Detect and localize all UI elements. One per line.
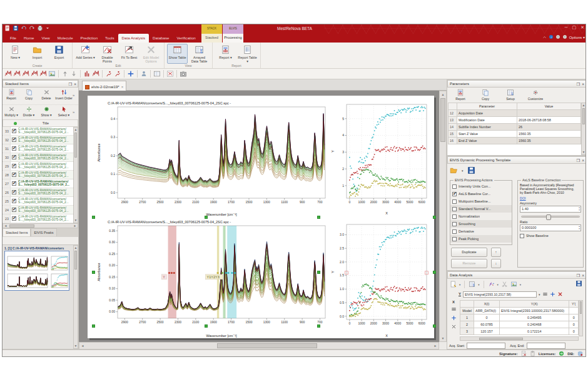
stacked-item-row[interactable]: 25C:/A-IR-UV-VIS-RAMAN/converters/S..._f… xyxy=(3,197,73,206)
selection-handle[interactable] xyxy=(433,271,436,274)
asymmetry-slider[interactable] xyxy=(521,216,580,218)
stack-tool-spec-3[interactable] xyxy=(31,70,38,78)
da-col-header[interactable] xyxy=(460,301,474,308)
stacked-item-row[interactable]: 26C:/A-IR-UV-VIS-RAMAN/converters/S..._f… xyxy=(3,188,73,197)
spectra-bottom[interactable]: 2900270025002300210019001700150013001100… xyxy=(96,218,329,338)
row-checkbox[interactable] xyxy=(12,199,16,203)
page-thumbnail[interactable] xyxy=(4,251,69,291)
tool-caret-icon[interactable]: ▾ xyxy=(520,283,521,286)
row-title[interactable]: C:/A-IR-UV-VIS-RAMAN/converters/S..._fol… xyxy=(18,179,73,188)
action-checkbox[interactable] xyxy=(452,229,457,234)
remove-series-icon[interactable] xyxy=(557,291,563,298)
parameter-row[interactable]: 16End Z Value1560.35 xyxy=(449,138,581,144)
da-table-row[interactable]: 100.2494950 xyxy=(460,314,579,321)
da-vscrollbar[interactable] xyxy=(579,300,583,336)
chart-scatter-bottom[interactable]: 01000200030004000500060000.00.51.01.52.0… xyxy=(330,219,430,338)
show-table-button[interactable]: Show Table xyxy=(167,44,188,64)
da-tool-img[interactable] xyxy=(510,281,517,288)
duplicate-button[interactable]: Duplicate xyxy=(451,248,487,257)
selection-handle[interactable] xyxy=(92,271,95,274)
da-hscrollbar[interactable] xyxy=(460,336,579,341)
parameter-row[interactable]: 12Acquisition Date xyxy=(449,110,581,117)
float-panel-icon[interactable]: ❐ xyxy=(576,82,580,87)
select-button[interactable]: Select ▾ xyxy=(55,105,73,119)
context-group-elvis[interactable]: ELVISProcessing xyxy=(223,24,243,43)
da-tool-cut[interactable] xyxy=(501,281,508,288)
stack-tool-bars-10[interactable] xyxy=(83,70,91,78)
chart-spectra-top[interactable]: 2900270025002300210019001700150013001100… xyxy=(96,98,329,217)
stacked-item-row[interactable]: 24C:/A-IR-UV-VIS-RAMAN/converters/S..._f… xyxy=(3,206,73,214)
delete-button[interactable]: Delete xyxy=(38,88,55,104)
ribbon-tab-tools[interactable]: Tools xyxy=(101,34,118,43)
close-panel-icon[interactable]: × xyxy=(582,82,584,87)
stacked-item-row[interactable]: 28C:/A-IR-UV-VIS-RAMAN/converters/S..._f… xyxy=(3,171,73,179)
stack-tool-tbl-20[interactable] xyxy=(153,70,161,78)
row-checkbox[interactable] xyxy=(12,155,16,159)
context-tab-processing[interactable]: Processing xyxy=(223,34,243,43)
row-title[interactable]: C:/A-IR-UV-VIS-RAMAN/converters/S..._fol… xyxy=(18,197,73,205)
copy-button[interactable]: Copy xyxy=(475,88,496,102)
parameters-col-header[interactable]: Parameter xyxy=(457,103,517,110)
pages-vscrollbar[interactable]: ▲▼ xyxy=(73,245,78,349)
stacked-list-hscrollbar[interactable]: ◄► xyxy=(3,223,78,228)
selector-caret-icon[interactable]: ▾ xyxy=(539,293,540,296)
open-template-button[interactable] xyxy=(450,166,458,175)
row-title[interactable]: C:/A-IR-UV-VIS-RAMAN/converters/S..._fol… xyxy=(18,162,73,170)
action-checkbox[interactable] xyxy=(452,214,457,219)
window-maximize-button[interactable]: ▢ xyxy=(572,25,577,30)
action-checkbox[interactable] xyxy=(452,237,457,241)
ribbon-tab-prediction[interactable]: Prediction xyxy=(77,34,102,43)
row-checkbox[interactable] xyxy=(12,146,16,151)
canvas-vscrollbar[interactable]: ▲ ▼ xyxy=(439,91,447,342)
import-button[interactable]: Import xyxy=(27,44,48,64)
selection-handle[interactable] xyxy=(205,324,208,328)
da-col-header[interactable]: X(I) xyxy=(474,301,500,308)
save-template-button[interactable] xyxy=(467,166,475,175)
da-col-header[interactable]: Y(X) xyxy=(500,301,569,308)
da-table-row[interactable]: 260.07850.2404680 xyxy=(460,321,579,328)
action-checkbox[interactable] xyxy=(452,207,457,211)
fit-to-best-button[interactable]: Fit To Best xyxy=(119,44,139,64)
parameters-vscrollbar[interactable]: ▲▼ xyxy=(581,103,586,155)
canvas[interactable]: 2900270025002300210019001700150013001100… xyxy=(79,91,439,342)
context-tab-stacked[interactable]: Stacked xyxy=(201,34,222,43)
tool-caret-icon[interactable]: ▾ xyxy=(478,283,479,286)
da-tool-tablesigma[interactable]: Σ xyxy=(469,281,475,288)
tool-caret-icon[interactable]: ▾ xyxy=(497,283,499,286)
open-caret-icon[interactable]: ▾ xyxy=(462,169,464,173)
action-smoothing[interactable]: Smoothing xyxy=(450,220,512,228)
db-status-icon[interactable] xyxy=(577,351,583,357)
x-menu-icon[interactable] xyxy=(451,306,457,313)
action-checkbox[interactable] xyxy=(452,222,457,226)
action-standard-normal-v-[interactable]: Standard Normal V... xyxy=(450,205,512,213)
arrayed-data-table-button[interactable]: ΣArrayed Data Table xyxy=(189,44,210,64)
stack-tool-spec-4[interactable] xyxy=(39,70,47,78)
stack-tool-img-5[interactable] xyxy=(48,70,56,78)
copy-button[interactable]: Copy xyxy=(20,88,38,104)
ribbon-tab-file[interactable]: File xyxy=(6,34,20,43)
stack-tool-spec-1[interactable] xyxy=(13,70,21,78)
customize-button[interactable]: Customize xyxy=(525,88,546,102)
ribbon-tab-verification[interactable]: Verification xyxy=(173,34,200,43)
row-title[interactable]: C:/A-IR-UV-VIS-RAMAN/converters/S..._fol… xyxy=(18,206,73,214)
clipboard-icon[interactable] xyxy=(530,351,535,357)
action-multipoint-baseline-[interactable]: Multipoint Baseline... xyxy=(450,198,512,205)
divide-button[interactable]: Divide ▾ xyxy=(20,105,38,119)
overflow-chevron[interactable]: » xyxy=(73,88,78,104)
document-tab-close-icon[interactable]: × xyxy=(121,85,124,89)
ribbon-tab-data-analysis[interactable]: Data Analysis xyxy=(118,34,150,43)
ratio-spinbox[interactable]: 0.000100 xyxy=(520,224,581,231)
licenses-status-icon[interactable] xyxy=(559,351,564,357)
tab-stacked-items[interactable]: Stacked Items xyxy=(3,228,31,236)
series-menu-icon[interactable] xyxy=(542,291,548,298)
stacked-item-row[interactable]: 32C:/A-IR-UV-VIS-RAMAN/converters/S..._f… xyxy=(3,136,73,144)
row-title[interactable]: C:/A-IR-UV-VIS-RAMAN/converters/S..._fol… xyxy=(18,214,73,223)
row-checkbox[interactable] xyxy=(12,138,16,142)
float-panel-icon[interactable]: ❐ xyxy=(576,158,580,163)
multiply-button[interactable]: Multiply ▾ xyxy=(3,105,20,119)
selection-handle[interactable] xyxy=(92,216,95,219)
parameter-row[interactable]: 14Subfile Index Number26 xyxy=(449,124,581,131)
da-tool-newdoc[interactable] xyxy=(450,281,457,288)
selection-handle[interactable] xyxy=(317,216,320,219)
parameter-row[interactable]: 13Modification Date2018-06-26T18:08:58 xyxy=(449,117,581,124)
